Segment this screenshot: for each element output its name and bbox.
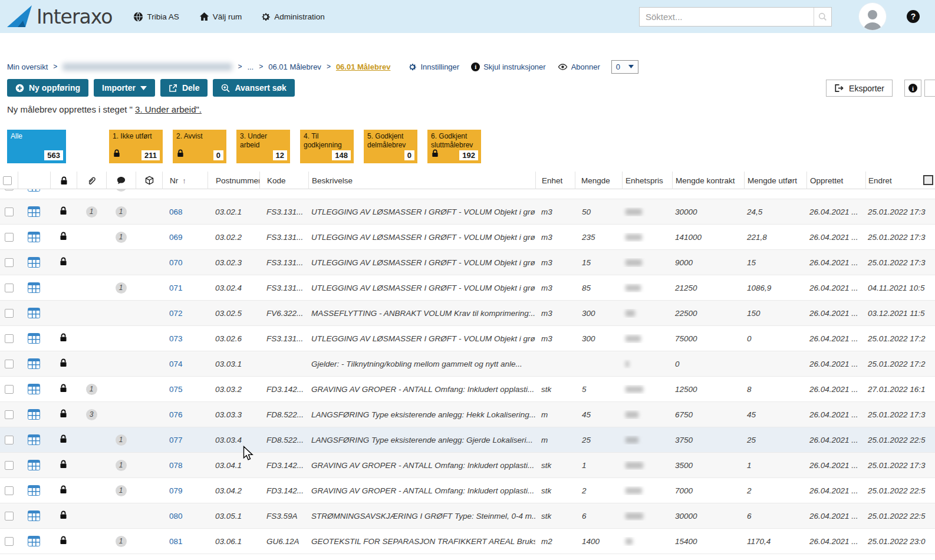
row-checkbox[interactable] [5, 189, 14, 190]
breadcrumb-root[interactable]: Min oversikt [7, 62, 48, 71]
column-mengde-kontrakt[interactable]: Mengde kontrakt [672, 172, 744, 189]
comments-badge[interactable]: 1 [116, 485, 127, 496]
column-mengde[interactable]: Mengde [575, 172, 622, 189]
status-tile[interactable]: 1. Ikke utført 211 [109, 130, 163, 163]
row-checkbox[interactable] [5, 360, 14, 368]
table-view-icon[interactable] [28, 189, 40, 192]
column-postnummer[interactable]: Postnummer [208, 172, 259, 189]
subscribe-action[interactable]: Abonner [558, 62, 600, 71]
breadcrumb-ellipsis[interactable]: ... [247, 62, 253, 71]
info-button[interactable]: i [904, 80, 921, 97]
row-checkbox[interactable] [5, 436, 14, 444]
stage-link[interactable]: 3. Under arbeid". [135, 104, 202, 114]
column-model[interactable] [136, 172, 162, 189]
status-tile[interactable]: 4. Til godkjenning 148 [300, 130, 354, 163]
row-nr-link[interactable]: 071 [169, 284, 183, 292]
row-nr-link[interactable]: 078 [169, 461, 183, 470]
column-kode[interactable]: Kode [259, 172, 308, 189]
breadcrumb-current[interactable]: 06.01 Målebrev [336, 62, 391, 71]
row-checkbox[interactable] [5, 309, 14, 318]
table-row-partial[interactable] [0, 189, 935, 199]
row-checkbox[interactable] [5, 512, 14, 521]
table-options-button[interactable] [923, 175, 933, 185]
help-icon[interactable]: ? [907, 10, 920, 23]
import-button[interactable]: Importer [94, 79, 155, 97]
table-view-icon[interactable] [28, 384, 40, 394]
table-view-icon[interactable] [28, 257, 40, 268]
search-button[interactable] [814, 8, 831, 26]
more-button-clipped[interactable] [924, 80, 935, 97]
table-row[interactable]: 074 03.03.1 Gjelder: - Tilknytning/kobli… [0, 351, 935, 377]
table-row[interactable]: 073 03.02.6 FS3.131... UTLEGGING AV LØSM… [0, 326, 935, 351]
row-nr-link[interactable]: 072 [169, 309, 183, 318]
table-view-icon[interactable] [28, 536, 40, 546]
table-row[interactable]: 1 079 03.04.2 FD3.142... GRAVING AV GROP… [0, 478, 935, 503]
interaxo-logo[interactable]: Interaxo [6, 4, 112, 29]
table-view-icon[interactable] [28, 333, 40, 344]
status-tile[interactable]: 6. Godkjent sluttmålebrev 192 [427, 130, 481, 163]
column-enhet[interactable]: Enhet [535, 172, 575, 189]
table-row[interactable]: 3 076 03.03.3 FD8.522... LANGSFØRING Typ… [0, 402, 935, 427]
table-view-icon[interactable] [28, 434, 40, 445]
row-checkbox[interactable] [5, 537, 14, 546]
export-button[interactable]: Eksporter [826, 80, 893, 97]
row-nr-link[interactable]: 079 [169, 486, 183, 495]
comments-badge[interactable]: 1 [116, 434, 127, 446]
table-row[interactable]: 1 081 03.06.1 GU6.12A GEOTEKSTIL FOR SEP… [0, 529, 935, 554]
table-row[interactable]: 1 1 068 03.02.1 FS3.131... UTLEGGING AV … [0, 199, 935, 225]
table-row[interactable]: 070 03.02.3 FS3.131... UTLEGGING AV LØSM… [0, 250, 935, 275]
table-view-icon[interactable] [28, 308, 40, 318]
comments-badge[interactable]: 1 [116, 536, 127, 547]
row-checkbox[interactable] [5, 385, 14, 394]
status-tile[interactable]: Alle 563 [7, 130, 66, 163]
row-checkbox[interactable] [5, 207, 14, 216]
table-view-icon[interactable] [28, 409, 40, 420]
attachments-badge[interactable]: 3 [86, 409, 97, 420]
row-checkbox[interactable] [5, 410, 14, 419]
row-nr-link[interactable]: 076 [169, 410, 183, 419]
column-comments[interactable] [106, 172, 136, 189]
table-row[interactable]: 1 075 03.03.2 FD3.142... GRAVING AV GROP… [0, 377, 935, 402]
nav-administration[interactable]: Administration [261, 12, 325, 22]
row-checkbox[interactable] [5, 258, 14, 267]
row-checkbox[interactable] [5, 284, 14, 292]
column-opprettet[interactable]: Opprettet [806, 172, 865, 189]
search-input[interactable] [640, 8, 814, 26]
table-view-icon[interactable] [28, 510, 40, 521]
table-view-icon[interactable] [28, 232, 40, 242]
row-nr-link[interactable]: 081 [169, 537, 183, 546]
advanced-search-button[interactable]: Avansert søk [213, 79, 294, 97]
row-nr-link[interactable]: 074 [169, 360, 183, 368]
comments-badge[interactable]: 1 [116, 206, 127, 218]
row-checkbox[interactable] [5, 461, 14, 470]
table-row[interactable]: 1 078 03.04.1 FD3.142... GRAVING AV GROP… [0, 453, 935, 478]
user-avatar[interactable] [859, 3, 886, 30]
comments-badge[interactable]: 1 [116, 460, 127, 471]
comments-badge[interactable] [116, 189, 127, 192]
settings-action[interactable]: Innstillinger [408, 62, 459, 71]
table-view-icon[interactable] [28, 485, 40, 496]
row-nr-link[interactable]: 073 [169, 334, 183, 343]
table-row[interactable]: 1 071 03.02.4 FS3.131... UTLEGGING AV LØ… [0, 275, 935, 301]
table-view-icon[interactable] [28, 282, 40, 293]
select-all-checkbox[interactable] [3, 176, 12, 185]
subscribe-count-dropdown[interactable]: 0 [611, 60, 638, 74]
column-enhetspris[interactable]: Enhetspris [622, 172, 672, 189]
comments-badge[interactable]: 1 [116, 232, 127, 243]
attachments-badge[interactable]: 1 [86, 384, 97, 395]
table-row[interactable]: 1 069 03.02.2 FS3.131... UTLEGGING AV LØ… [0, 225, 935, 250]
column-mengde-utfort[interactable]: Mengde utført [744, 172, 806, 189]
row-nr-link[interactable]: 077 [169, 436, 183, 444]
new-entry-button[interactable]: Ny oppføring [7, 79, 88, 97]
comments-badge[interactable]: 1 [116, 282, 127, 294]
column-attachments[interactable] [77, 172, 106, 189]
breadcrumb-parent[interactable]: 06.01 Målebrev [268, 62, 321, 71]
table-row[interactable]: 080 03.05.1 FS3.59A STRØMNINGSAVSKJÆRING… [0, 503, 935, 529]
status-tile[interactable]: 5. Godkjent delmålebrev 0 [364, 130, 417, 163]
status-tile[interactable]: 3. Under arbeid 12 [236, 130, 290, 163]
share-button[interactable]: Dele [160, 79, 208, 97]
row-checkbox[interactable] [5, 334, 14, 343]
row-nr-link[interactable]: 069 [169, 233, 183, 242]
table-view-icon[interactable] [28, 358, 40, 369]
column-lock[interactable] [50, 172, 77, 189]
